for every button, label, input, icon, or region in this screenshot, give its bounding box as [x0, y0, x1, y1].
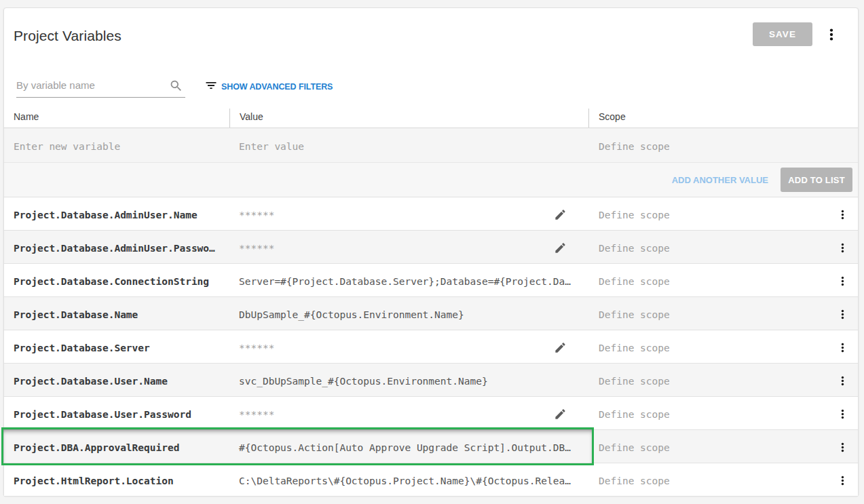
variable-scope-cell: Define scope	[588, 197, 858, 230]
new-variable-actions-row: ADD ANOTHER VALUE ADD TO LIST	[4, 162, 858, 197]
variable-row[interactable]: Project.Database.AdminUser.Name ****** D…	[4, 197, 858, 231]
variable-scope[interactable]: Define scope	[599, 409, 670, 420]
variable-scope[interactable]: Define scope	[599, 376, 670, 387]
row-menu-button[interactable]	[833, 306, 851, 324]
kebab-menu-icon	[824, 27, 839, 42]
overflow-menu-button[interactable]	[818, 21, 845, 48]
variable-value-cell: DbUpSample_#{Octopus.Environment.Name}	[229, 297, 588, 330]
edit-value-button[interactable]	[551, 406, 569, 423]
variable-name: Project.Database.User.Password	[4, 397, 229, 429]
variable-scope-cell: Define scope	[588, 231, 858, 263]
search-box	[16, 73, 185, 98]
variable-scope[interactable]: Define scope	[599, 276, 670, 287]
variable-rows: Project.Database.AdminUser.Name ****** D…	[4, 197, 858, 497]
variable-name: Project.Database.ConnectionString	[4, 264, 229, 296]
variable-value-cell: #{Octopus.Action[Auto Approve Upgrade Sc…	[229, 430, 588, 463]
variable-value: svc_DbUpSample_#{Octopus.Environment.Nam…	[239, 376, 488, 387]
save-button[interactable]: SAVE	[753, 22, 812, 46]
variable-row[interactable]: Project.Database.User.Name svc_DbUpSampl…	[4, 364, 858, 397]
new-variable-scope-input[interactable]: Define scope	[588, 139, 858, 152]
row-menu-button[interactable]	[833, 439, 851, 457]
variable-scope[interactable]: Define scope	[599, 243, 670, 254]
kebab-menu-icon	[837, 342, 848, 353]
variable-value-cell: svc_DbUpSample_#{Octopus.Environment.Nam…	[229, 364, 588, 396]
kebab-menu-icon	[837, 442, 848, 453]
row-menu-button[interactable]	[833, 206, 851, 224]
variable-name: Project.Database.Server	[4, 330, 229, 363]
variable-row[interactable]: Project.Database.Name DbUpSample_#{Octop…	[4, 297, 858, 330]
kebab-menu-icon	[837, 242, 848, 254]
show-advanced-filters-link[interactable]: SHOW ADVANCED FILTERS	[221, 77, 333, 97]
edit-value-button[interactable]	[551, 206, 569, 224]
pencil-icon	[554, 241, 567, 254]
new-variable-name-input[interactable]: Enter new variable	[4, 139, 229, 152]
variable-scope[interactable]: Define scope	[599, 476, 670, 486]
pencil-icon	[554, 341, 567, 354]
column-header-name: Name	[4, 102, 229, 128]
variable-scope-cell: Define scope	[588, 330, 858, 363]
search-icon	[169, 79, 183, 96]
variable-value: Server=#{Project.Database.Server};Databa…	[239, 276, 571, 287]
variable-scope-cell: Define scope	[588, 430, 858, 463]
variable-value: ******	[239, 210, 274, 220]
variable-name: Project.Database.AdminUser.Name	[4, 197, 229, 230]
page-title: Project Variables	[14, 28, 121, 43]
variable-row[interactable]: Project.Database.ConnectionString Server…	[4, 264, 858, 297]
kebab-menu-icon	[837, 209, 848, 220]
pencil-icon	[554, 408, 567, 421]
variable-scope-cell: Define scope	[588, 463, 858, 496]
row-menu-button[interactable]	[833, 372, 851, 390]
variable-row[interactable]: Project.Database.User.Password ****** De…	[4, 397, 858, 430]
variable-row[interactable]: Project.Database.AdminUser.Passwo… *****…	[4, 231, 858, 264]
kebab-menu-icon	[837, 309, 848, 320]
variable-value: ******	[239, 409, 274, 420]
filter-bar: SHOW ADVANCED FILTERS	[4, 69, 858, 102]
edit-value-button[interactable]	[551, 339, 569, 357]
variable-scope-cell: Define scope	[588, 264, 858, 296]
variable-value: ******	[239, 343, 274, 353]
variable-value: DbUpSample_#{Octopus.Environment.Name}	[239, 309, 464, 320]
variable-value-cell: ******	[229, 197, 588, 230]
variable-scope[interactable]: Define scope	[599, 343, 670, 353]
column-header-scope: Scope	[588, 109, 858, 128]
kebab-menu-icon	[837, 408, 848, 420]
variable-name: Project.DBA.ApprovalRequired	[4, 430, 229, 463]
variable-name: Project.Database.AdminUser.Passwo…	[4, 231, 229, 263]
row-menu-button[interactable]	[833, 273, 851, 290]
kebab-menu-icon	[837, 275, 848, 287]
variable-row[interactable]: Project.DBA.ApprovalRequired #{Octopus.A…	[4, 430, 858, 463]
variable-value-cell: ******	[229, 397, 588, 429]
variable-scope[interactable]: Define scope	[599, 309, 670, 320]
kebab-menu-icon	[837, 475, 848, 486]
row-menu-button[interactable]	[833, 406, 851, 423]
variable-value-cell: Server=#{Project.Database.Server};Databa…	[229, 264, 588, 296]
row-menu-button[interactable]	[833, 472, 851, 490]
table-header: Name Value Scope	[4, 102, 858, 128]
variable-name: Project.Database.Name	[4, 297, 229, 330]
variable-row[interactable]: Project.Database.Server ****** Define sc…	[4, 330, 858, 364]
row-menu-button[interactable]	[833, 339, 851, 357]
variable-scope-cell: Define scope	[588, 297, 858, 330]
add-to-list-button[interactable]: ADD TO LIST	[781, 168, 852, 192]
variable-scope-cell: Define scope	[588, 364, 858, 396]
filter-icon	[204, 79, 218, 95]
variable-scope-cell: Define scope	[588, 397, 858, 429]
variable-scope[interactable]: Define scope	[599, 442, 670, 453]
row-menu-button[interactable]	[833, 239, 851, 257]
variable-row[interactable]: Project.HtmlReport.Location C:\DeltaRepo…	[4, 463, 858, 497]
search-input[interactable]	[16, 73, 167, 96]
variable-scope[interactable]: Define scope	[599, 210, 670, 220]
card-header: Project Variables SAVE	[4, 8, 858, 69]
variable-value: C:\DeltaReports\#{Octopus.Project.Name}\…	[239, 476, 571, 486]
variable-value-cell: C:\DeltaReports\#{Octopus.Project.Name}\…	[229, 463, 588, 496]
kebab-menu-icon	[837, 375, 848, 387]
variable-name: Project.HtmlReport.Location	[4, 463, 229, 496]
variable-value-cell: ******	[229, 330, 588, 363]
pencil-icon	[554, 208, 567, 221]
edit-value-button[interactable]	[551, 239, 569, 257]
column-header-value: Value	[229, 109, 588, 128]
new-variable-value-input[interactable]: Enter value	[229, 139, 588, 152]
variable-value: ******	[239, 243, 274, 254]
variable-value-cell: ******	[229, 231, 588, 263]
add-another-value-button[interactable]: ADD ANOTHER VALUE	[672, 175, 768, 185]
